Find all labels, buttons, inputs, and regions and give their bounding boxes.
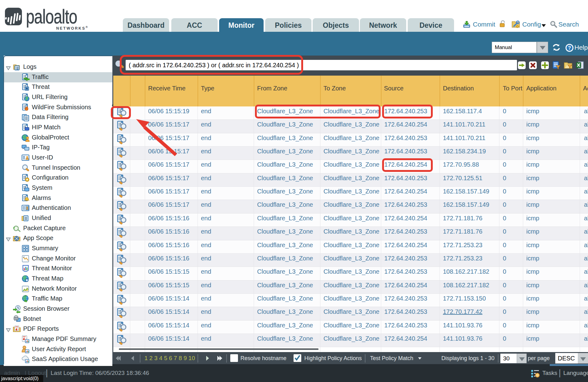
svg-text:?: ? [568,45,571,51]
